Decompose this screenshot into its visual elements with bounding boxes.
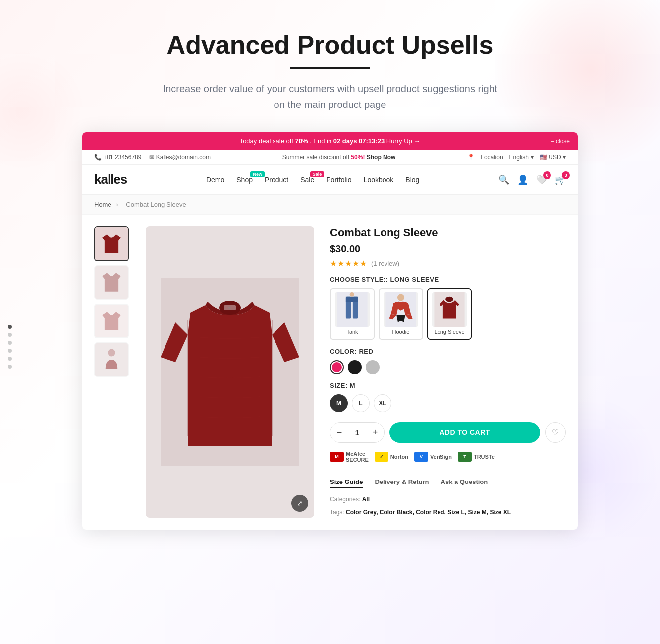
trust-badges: M McAfeeSECURE ✓ Norton V VeriSign T TRU… [330,451,566,463]
search-icon[interactable]: 🔍 [498,174,509,185]
qty-increase[interactable]: + [366,422,384,443]
nav-item-portfolio[interactable]: Portfolio [326,175,351,184]
announcement-text: Today deal sale off 70% . End in 02 days… [240,137,421,145]
product-name: Combat Long Sleeve [330,226,566,239]
countdown: 02 days 07:13:23 [333,137,385,145]
style-long-sleeve-label: Long Sleeve [430,329,469,335]
style-hoodie-label: Hoodie [382,329,420,335]
style-options: Tank [330,288,566,340]
promo-text: Summer sale discount off 50%! Shop Now [282,154,396,161]
nav-item-blog[interactable]: Blog [405,175,419,184]
style-tank[interactable]: Tank [330,288,375,340]
announcement-close[interactable]: – close [551,138,570,145]
dot-nav-1[interactable] [8,325,12,329]
trust-verisign: V VeriSign [414,452,452,462]
norton-label: Norton [390,454,408,460]
mcafee-icon: M [330,452,344,462]
email-address: ✉ Kalles@domain.com [149,154,211,161]
star-rating: ★★★★★ [330,259,367,268]
norton-icon: ✓ [375,452,388,462]
color-black[interactable] [348,360,362,374]
discount-pct: 70% [295,137,308,145]
trust-mcafee: M McAfeeSECURE [330,451,369,463]
product-tags: Tags: Color Grey, Color Black, Color Red… [330,507,566,518]
wishlist-icon[interactable]: 🤍0 [536,174,547,185]
tab-delivery-return[interactable]: Delivery & Return [375,478,429,488]
thumbnail-3[interactable] [94,304,129,338]
color-options [330,360,566,374]
svg-text:XL: XL [228,307,231,310]
info-bar-left: 📞 +01 23456789 ✉ Kalles@domain.com [94,154,211,161]
qty-value: 1 [348,429,366,437]
tab-size-guide[interactable]: Size Guide [330,478,363,488]
style-long-sleeve[interactable]: Long Sleeve [427,288,472,340]
review-count: (1 review) [371,260,399,267]
size-xl[interactable]: XL [374,394,391,412]
logo[interactable]: kalles [94,172,127,187]
dot-nav-5[interactable] [8,357,12,361]
info-bar: 📞 +01 23456789 ✉ Kalles@domain.com Summe… [82,150,578,165]
dot-nav-2[interactable] [8,333,12,337]
location-label[interactable]: Location [481,154,503,161]
verisign-label: VeriSign [430,454,452,460]
size-l[interactable]: L [352,394,370,412]
style-label: CHOOSE STYLE:: LONG SLEEVE [330,276,566,283]
product-tabs: Size Guide Delivery & Return Ask a Quest… [330,471,566,488]
style-tank-label: Tank [333,329,372,335]
add-to-cart-button[interactable]: ADD TO CART [389,422,540,443]
categories-value: All [362,496,370,503]
language-label: English [509,154,529,161]
size-m[interactable]: M [330,394,348,412]
qty-decrease[interactable]: − [330,422,348,443]
language-selector[interactable]: English ▾ [509,154,534,161]
size-options: M L XL [330,394,566,412]
thumbnail-4[interactable] [94,342,129,377]
product-price: $30.00 [330,243,566,255]
breadcrumb-current: Combat Long Sleeve [126,201,186,208]
style-hoodie-image [384,292,418,327]
cart-icon[interactable]: 🛒3 [555,174,566,185]
style-hoodie[interactable]: Hoodie [379,288,423,340]
tab-ask-question[interactable]: Ask a Question [441,478,488,488]
announcement-bar: Today deal sale off 70% . End in 02 days… [82,132,578,150]
quantity-control: − 1 + [330,422,385,443]
dot-nav-3[interactable] [8,341,12,345]
breadcrumb-home[interactable]: Home [94,201,111,208]
color-grey[interactable] [366,360,380,374]
tags-value: Color Grey, Color Black, Color Red, Size… [346,509,511,516]
currency-selector[interactable]: 🇺🇸 USD ▾ [540,154,566,161]
shop-now-link[interactable]: Shop Now [367,154,396,161]
truste-icon: T [458,452,472,462]
nav-item-lookbook[interactable]: Lookbook [364,175,394,184]
account-icon[interactable]: 👤 [517,174,528,185]
color-red[interactable] [330,360,344,374]
navbar: kalles Demo ShopNew Product SaleSale Por… [82,165,578,195]
hero-title: Advanced Product Upsells [10,30,650,59]
svg-point-4 [108,349,115,356]
nav-item-product[interactable]: Product [265,175,288,184]
svg-point-15 [350,292,354,297]
nav-item-shop[interactable]: ShopNew [236,175,253,184]
product-section: XL ⤢ Combat Long Sleeve $30.00 ★★★★★ (1 … [82,215,578,530]
hero-subtitle: Increase order value of your customers w… [157,81,503,112]
thumbnail-2[interactable] [94,265,129,300]
trust-norton: ✓ Norton [375,452,408,462]
dot-nav-4[interactable] [8,349,12,353]
product-categories: Categories: All [330,494,566,505]
main-product-image: XL ⤢ [146,226,314,518]
wishlist-button[interactable]: ♡ [545,422,566,443]
dot-nav-6[interactable] [8,365,12,369]
cart-row: − 1 + ADD TO CART ♡ [330,422,566,443]
expand-image-button[interactable]: ⤢ [291,495,308,512]
thumbnail-1[interactable] [94,226,129,261]
style-tank-image [335,292,370,327]
nav-item-sale[interactable]: SaleSale [300,175,314,184]
nav-item-demo[interactable]: Demo [206,175,224,184]
trust-truste: T TRUSTe [458,452,495,462]
cart-count: 3 [562,171,570,179]
style-long-sleeve-image [432,292,467,327]
truste-label: TRUSTe [474,454,495,460]
mcafee-label: McAfeeSECURE [346,451,369,463]
shop-window: Today deal sale off 70% . End in 02 days… [82,132,578,530]
product-info: Combat Long Sleeve $30.00 ★★★★★ (1 revie… [330,226,566,518]
